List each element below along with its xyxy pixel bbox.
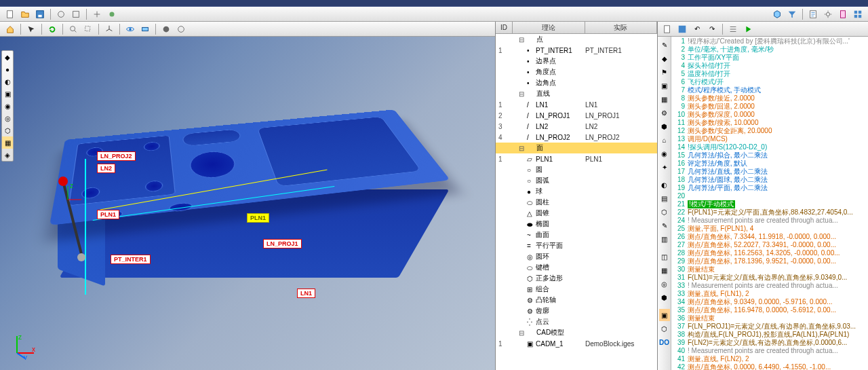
save-icon[interactable]: [33, 8, 47, 20]
tree-row[interactable]: ⚙齿廓: [496, 306, 657, 316]
tree-row[interactable]: ◎圆环: [496, 251, 657, 262]
home-icon[interactable]: [3, 23, 17, 35]
code-line[interactable]: 26 测点/直角坐标, 7.3344, 11.9918, -0.0000, 0.…: [673, 233, 867, 241]
code-line[interactable]: 22F(PLN1)=元素定义/平面,直角坐标,88.4832,27.4054,0…: [673, 208, 867, 217]
code-line[interactable]: 11测头参数/搜索, 10.0000: [673, 119, 867, 127]
prog-list-icon[interactable]: [726, 23, 740, 35]
tree-row[interactable]: ⊟面: [496, 143, 657, 153]
col-actual[interactable]: 实际: [585, 22, 658, 33]
tree-row[interactable]: ⁛点云: [496, 316, 657, 327]
rs-tool-21-icon[interactable]: ⬡: [659, 322, 670, 335]
tree-row[interactable]: 1▱PLN1PLN1: [496, 153, 657, 164]
prog-new-icon[interactable]: [660, 23, 674, 35]
tree-row[interactable]: ⬬椭圆: [496, 219, 657, 229]
side-tool-4-icon[interactable]: ▣: [2, 88, 13, 100]
axes-icon[interactable]: [102, 23, 116, 35]
rs-tool-17-icon[interactable]: ▦: [659, 264, 670, 276]
code-line[interactable]: 34 测点/直角坐标, 9.0349, 0.0000, -5.9716, 0.0…: [673, 298, 867, 306]
cube-icon[interactable]: [770, 8, 784, 20]
shade-icon[interactable]: [159, 23, 173, 35]
side-tool-8-icon[interactable]: ▦: [2, 136, 13, 149]
tree-row[interactable]: ⬭键槽: [496, 262, 657, 273]
prog-save-icon[interactable]: [675, 23, 689, 35]
code-line[interactable]: 31F(LN1)=元素定义/直线,有边界的,直角坐标,9.0349,0...: [673, 274, 867, 282]
tree-row[interactable]: ○圆: [496, 164, 657, 175]
code-line[interactable]: 8测头参数/接近, 2.0000: [673, 94, 867, 103]
rs-tool-3-icon[interactable]: ⚑: [659, 66, 670, 78]
label-pln1-red[interactable]: PLN1: [97, 210, 119, 219]
code-line[interactable]: 3工作平面/XY平面: [673, 54, 867, 62]
doc-icon[interactable]: [836, 8, 850, 20]
prog-redo-icon[interactable]: ↷: [705, 23, 719, 35]
col-id[interactable]: ID: [496, 22, 513, 33]
rotate-icon[interactable]: [45, 23, 59, 35]
tree-row[interactable]: ⚙凸轮轴: [496, 295, 657, 306]
rs-tool-10-icon[interactable]: ✦: [659, 161, 670, 173]
open-icon[interactable]: [18, 8, 32, 20]
tree-row[interactable]: △圆锥: [496, 208, 657, 219]
tool-d-icon[interactable]: [105, 8, 119, 20]
tree-row[interactable]: 2/LN_PROJ1LN_PROJ1: [496, 110, 657, 121]
code-line[interactable]: 33测量,直线, F(LN1), 2: [673, 290, 867, 298]
rs-tool-18-icon[interactable]: ◎: [659, 278, 670, 290]
rs-tool-5-icon[interactable]: ▦: [659, 93, 670, 105]
rs-tool-8-icon[interactable]: ⌂: [659, 134, 670, 146]
label-ln2[interactable]: LN2: [97, 164, 115, 173]
label-ln1[interactable]: LN1: [297, 289, 315, 298]
code-line[interactable]: 30测量结束: [673, 265, 867, 274]
prog-undo-icon[interactable]: ↶: [690, 23, 704, 35]
tree-row[interactable]: •角度点: [496, 67, 657, 77]
side-tool-3-icon[interactable]: ◐: [2, 75, 13, 88]
col-theory[interactable]: 理论: [513, 22, 585, 33]
tree-row[interactable]: ○圆弧: [496, 175, 657, 186]
code-line[interactable]: 13调用/D(MCS): [673, 135, 867, 143]
code-line[interactable]: 17几何算法/直线, 最小二乘法: [673, 168, 867, 176]
new-icon[interactable]: [3, 8, 17, 20]
code-line[interactable]: 36测量结束: [673, 314, 867, 322]
code-line[interactable]: 21!模式/手动模式: [673, 200, 867, 208]
prog-run-icon[interactable]: [741, 23, 755, 35]
code-line[interactable]: 14!探头调用/S(120-20-D2_0): [673, 143, 867, 151]
rs-tool-7-icon[interactable]: ⬢: [659, 120, 670, 132]
rs-tool-15-icon[interactable]: ▥: [659, 233, 670, 245]
label-ln-proj2[interactable]: LN_PROJ2: [97, 151, 136, 161]
code-line[interactable]: 16评定算法/角度, 默认: [673, 160, 867, 168]
rs-tool-19-icon[interactable]: ⬢: [659, 291, 670, 303]
side-tool-1-icon[interactable]: ◆: [2, 51, 13, 63]
rs-tool-16-icon[interactable]: ◫: [659, 251, 670, 263]
tree-row[interactable]: 1▣CADM_1DemoBlock.iges: [496, 338, 657, 349]
rs-tool-6-icon[interactable]: ⚙: [659, 107, 670, 119]
code-line[interactable]: 27 测点/直角坐标, 52.2027, 73.3491, -0.0000, 0…: [673, 241, 867, 249]
tree-row[interactable]: ●球: [496, 186, 657, 197]
rs-tool-20-icon[interactable]: ▣: [659, 309, 670, 321]
grid-icon[interactable]: [851, 8, 865, 20]
tool-a-icon[interactable]: [54, 8, 68, 20]
rs-tool-1-icon[interactable]: ✎: [659, 39, 670, 51]
rs-tool-22-icon[interactable]: DO: [659, 336, 670, 348]
rs-tool-9-icon[interactable]: ◉: [659, 147, 670, 160]
select-icon[interactable]: [24, 23, 38, 35]
tree-row[interactable]: •边角点: [496, 77, 657, 88]
tree-body[interactable]: ⊟点1•PT_INTER1PT_INTER1•边界点•角度点•边角点⊟直线1/L…: [496, 34, 657, 370]
menu-bar[interactable]: [0, 0, 868, 7]
side-tool-6-icon[interactable]: ◎: [2, 112, 13, 124]
zoom-fit-icon[interactable]: [66, 23, 80, 35]
tree-row[interactable]: 4/LN_PROJ2LN_PROJ2: [496, 132, 657, 143]
label-pt-inter1[interactable]: PT_INTER1: [111, 255, 151, 264]
tree-row[interactable]: ⊞组合: [496, 284, 657, 295]
side-tool-2-icon[interactable]: ●: [2, 63, 13, 75]
tree-row[interactable]: ⊟直线: [496, 88, 657, 99]
rs-tool-12-icon[interactable]: ▤: [659, 192, 670, 204]
tree-row[interactable]: ⬭圆柱: [496, 197, 657, 208]
tool-b-icon[interactable]: [69, 8, 83, 20]
code-line[interactable]: 7模式/程序模式, 手动模式: [673, 86, 867, 94]
code-line[interactable]: 5温度补偿/打开: [673, 70, 867, 78]
tree-row[interactable]: 3/LN2LN2: [496, 121, 657, 132]
code-line[interactable]: 10测头参数/深度, 0.0000: [673, 111, 867, 119]
wire-icon[interactable]: [174, 23, 188, 35]
tree-row[interactable]: =平行平面: [496, 240, 657, 251]
code-line[interactable]: 25测量,平面, F(PLN1), 4: [673, 225, 867, 233]
code-line[interactable]: 37F(LN_PROJ1)=元素定义/直线,有边界的,直角坐标,9.03...: [673, 322, 867, 331]
report-icon[interactable]: [806, 8, 820, 20]
code-line[interactable]: 33! Measurement points are created throu…: [673, 282, 867, 290]
